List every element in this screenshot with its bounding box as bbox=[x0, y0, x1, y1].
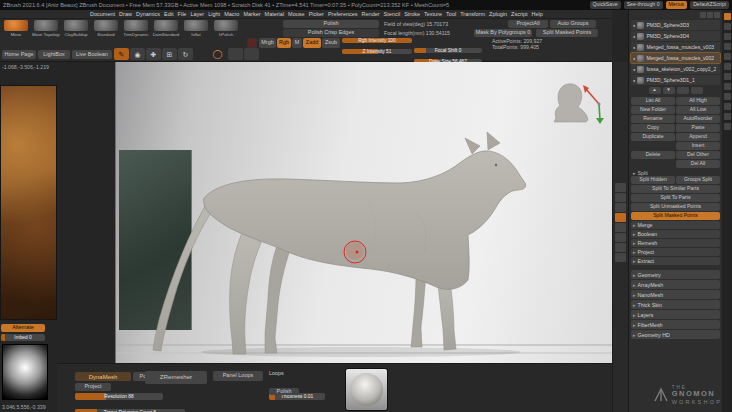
split-button[interactable]: Split Masked Points bbox=[631, 212, 720, 220]
mask-by-polygroups-button[interactable]: Mask By Polygroups 0 bbox=[474, 29, 532, 37]
default-zscript-button[interactable]: DefaultZScript bbox=[690, 1, 729, 9]
color-swatch[interactable] bbox=[247, 38, 257, 48]
menu-item[interactable]: Preferences bbox=[326, 11, 360, 17]
menu-item[interactable]: Dynamics bbox=[134, 11, 162, 17]
split-button[interactable]: Split To Parts bbox=[631, 194, 720, 202]
subtool-row[interactable]: ● PM3D_Sphere3D4 bbox=[631, 31, 720, 41]
focal-shift-slider[interactable]: Focal Shift 0 bbox=[414, 48, 482, 53]
menu-item[interactable]: Document bbox=[88, 11, 117, 17]
subtool-up-button[interactable]: ▲ bbox=[649, 87, 661, 94]
quicksave-button[interactable]: QuickSave bbox=[590, 1, 621, 9]
section-header[interactable]: ▸ Remesh bbox=[631, 239, 720, 247]
z-intensity-slider[interactable]: Z Intensity 51 bbox=[342, 49, 412, 54]
panel-icon[interactable] bbox=[714, 12, 720, 18]
subtool-nav-button[interactable] bbox=[691, 87, 703, 94]
menu-item[interactable]: Zplugin bbox=[487, 11, 509, 17]
toolbar-icon-button[interactable] bbox=[244, 48, 259, 60]
right-shelf-icon[interactable] bbox=[724, 93, 731, 100]
rgb-intensity-slider[interactable]: Rgb Intensity 100 bbox=[342, 38, 412, 43]
rgb-button[interactable]: Rgb bbox=[277, 38, 291, 48]
project-all-button[interactable]: ProjectAll bbox=[508, 20, 548, 28]
palette-section-header[interactable]: ▸ Geometry bbox=[631, 270, 720, 279]
subtool-row[interactable]: ● Merged_fossa_muscles_v003 bbox=[631, 42, 720, 52]
dynamesh-project-button[interactable]: Project bbox=[75, 383, 111, 391]
subtool-row[interactable]: ● PM3D_Sphere3D3 bbox=[631, 20, 720, 30]
right-shelf-icon[interactable] bbox=[724, 63, 731, 70]
canvas-tray-icon[interactable] bbox=[615, 213, 626, 222]
brush-item[interactable]: Standard bbox=[92, 20, 120, 37]
canvas-tray-icon[interactable] bbox=[615, 203, 626, 212]
m-button[interactable]: M bbox=[292, 38, 302, 48]
resolution-slider[interactable]: Resolution 88 bbox=[75, 393, 163, 400]
live-boolean-button[interactable]: Live Boolean bbox=[72, 50, 112, 59]
subtool-button[interactable]: Duplicate bbox=[631, 133, 675, 141]
right-shelf-icon[interactable] bbox=[724, 123, 731, 130]
viewport-canvas[interactable] bbox=[115, 62, 612, 363]
subtool-button[interactable]: Rename bbox=[631, 115, 675, 123]
visibility-eye-icon[interactable]: ● bbox=[633, 23, 635, 28]
polish-crisp-edges-button[interactable]: Polish Crisp Edges bbox=[283, 29, 379, 37]
menu-item[interactable]: Layer bbox=[188, 11, 206, 17]
menu-item[interactable]: Light bbox=[206, 11, 222, 17]
menu-item[interactable]: Draw bbox=[117, 11, 134, 17]
brush-item[interactable]: Inflat bbox=[182, 20, 210, 37]
visibility-eye-icon[interactable]: ● bbox=[633, 34, 635, 39]
section-header[interactable]: ▸ Project bbox=[631, 248, 720, 256]
right-shelf-icon[interactable] bbox=[724, 73, 731, 80]
menus-button[interactable]: Menus bbox=[666, 1, 688, 9]
menu-item[interactable]: Macro bbox=[222, 11, 241, 17]
subtool-button[interactable]: Paste bbox=[676, 124, 720, 132]
subtool-button[interactable]: Append bbox=[676, 133, 720, 141]
subtool-button[interactable]: All Low bbox=[676, 106, 720, 114]
palette-section-header[interactable]: ▸ FiberMesh bbox=[631, 320, 720, 329]
mrgb-button[interactable]: Mrgb bbox=[259, 38, 276, 48]
panel-icon[interactable] bbox=[707, 12, 713, 18]
alternate-button[interactable]: Alternate bbox=[1, 324, 45, 332]
brush-item[interactable]: DamStandard bbox=[152, 20, 180, 37]
visibility-eye-icon[interactable]: ● bbox=[633, 45, 635, 50]
fossa-model[interactable] bbox=[153, 132, 526, 354]
subtool-down-button[interactable]: ▼ bbox=[663, 87, 675, 94]
menu-item[interactable]: Edit bbox=[162, 11, 175, 17]
menu-item[interactable]: Help bbox=[530, 11, 545, 17]
split-button[interactable]: Split Hidden bbox=[631, 176, 675, 184]
section-header[interactable]: ▸ Merge bbox=[631, 221, 720, 229]
palette-section-header[interactable]: ▸ NanoMesh bbox=[631, 290, 720, 299]
panel-icon[interactable] bbox=[700, 12, 706, 18]
subtool-button[interactable]: AutoReorder bbox=[676, 115, 720, 123]
right-shelf-icon[interactable] bbox=[724, 83, 731, 90]
subtool-button[interactable]: New Folder bbox=[631, 106, 675, 114]
right-shelf-icon[interactable] bbox=[724, 113, 731, 120]
subtool-button[interactable]: Copy bbox=[631, 124, 675, 132]
zsub-button[interactable]: Zsub bbox=[322, 38, 340, 48]
subtool-button[interactable]: Del Other bbox=[676, 151, 720, 159]
subtool-row[interactable]: ● fossa_skeleton_v002_copy2_2 bbox=[631, 64, 720, 74]
zadd-button[interactable]: Zadd bbox=[303, 38, 321, 48]
field-of-view-readout[interactable]: Field of view(deg) 15.70173 bbox=[384, 21, 448, 27]
subtool-button[interactable]: List All bbox=[631, 97, 675, 105]
brush-item[interactable]: ClayBuildup bbox=[62, 20, 90, 37]
menu-item[interactable]: Stroke bbox=[402, 11, 422, 17]
see-through-slider[interactable]: See-through 0 bbox=[624, 1, 663, 9]
menu-item[interactable]: Render bbox=[360, 11, 382, 17]
canvas-tray-icon[interactable] bbox=[615, 243, 626, 252]
right-shelf-icon[interactable] bbox=[724, 13, 731, 20]
loops-polish-button[interactable]: Polish bbox=[269, 388, 299, 395]
palette-section-header[interactable]: ▸ ArrayMesh bbox=[631, 280, 720, 289]
texture-thumbnail[interactable] bbox=[0, 85, 57, 320]
menu-item[interactable]: Picker bbox=[307, 11, 326, 17]
menu-item[interactable]: Transform bbox=[458, 11, 487, 17]
menu-item[interactable]: Zscript bbox=[509, 11, 530, 17]
menu-item[interactable]: Marker bbox=[241, 11, 262, 17]
right-shelf-icon[interactable] bbox=[724, 23, 731, 30]
alpha-thumbnail[interactable] bbox=[2, 344, 48, 400]
canvas-tray-icon[interactable] bbox=[615, 183, 626, 192]
lightbox-button[interactable]: LightBox bbox=[38, 50, 70, 59]
split-masked-points-shelf-button[interactable]: Split Masked Points bbox=[536, 29, 598, 37]
auto-groups-button[interactable]: Auto Groups bbox=[550, 20, 596, 28]
section-header[interactable]: ▸ Extract bbox=[631, 257, 720, 265]
zremesher-button[interactable]: ZRemesher bbox=[145, 371, 207, 384]
panel-loops-button[interactable]: Panel Loops bbox=[213, 371, 263, 381]
menu-item[interactable]: File bbox=[176, 11, 189, 17]
visibility-eye-icon[interactable]: ● bbox=[633, 67, 635, 72]
